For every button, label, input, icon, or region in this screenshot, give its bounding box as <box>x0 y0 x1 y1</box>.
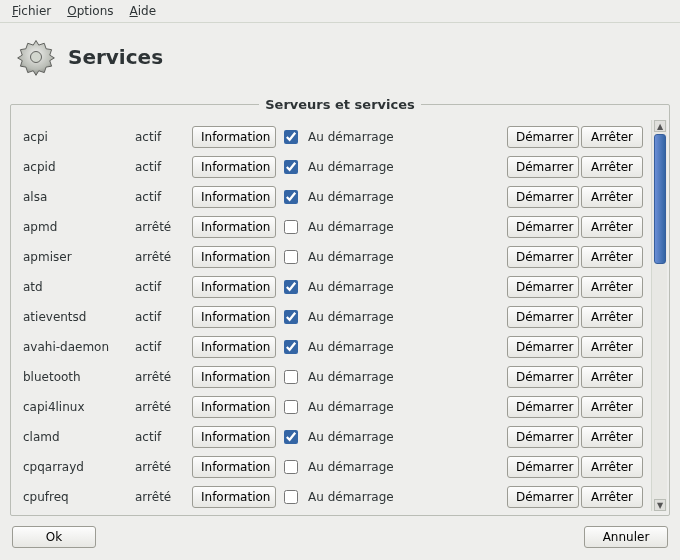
stop-button[interactable]: Arrêter <box>581 126 643 148</box>
stop-button[interactable]: Arrêter <box>581 456 643 478</box>
boot-checkbox-cell <box>278 157 302 177</box>
stop-button[interactable]: Arrêter <box>581 156 643 178</box>
service-status: arrêté <box>135 400 190 414</box>
start-button[interactable]: Démarrer <box>507 216 579 238</box>
service-status: arrêté <box>135 220 190 234</box>
header: Services <box>0 23 680 97</box>
service-row: cpqarrayd arrêté Information Au démarrag… <box>23 452 643 482</box>
boot-label: Au démarrage <box>304 460 424 474</box>
start-button[interactable]: Démarrer <box>507 336 579 358</box>
stop-button[interactable]: Arrêter <box>581 186 643 208</box>
stop-button[interactable]: Arrêter <box>581 246 643 268</box>
boot-checkbox[interactable] <box>284 130 298 144</box>
boot-label: Au démarrage <box>304 400 424 414</box>
stop-button[interactable]: Arrêter <box>581 366 643 388</box>
service-name: avahi-daemon <box>23 340 133 354</box>
scroll-up-arrow[interactable]: ▲ <box>654 120 666 132</box>
boot-checkbox[interactable] <box>284 160 298 174</box>
page-title: Services <box>68 45 163 69</box>
stop-button[interactable]: Arrêter <box>581 486 643 508</box>
boot-label: Au démarrage <box>304 370 424 384</box>
boot-checkbox[interactable] <box>284 340 298 354</box>
info-button[interactable]: Information <box>192 396 276 418</box>
boot-label: Au démarrage <box>304 280 424 294</box>
service-status: actif <box>135 340 190 354</box>
info-button[interactable]: Information <box>192 276 276 298</box>
services-list: acpi actif Information Au démarrage Déma… <box>11 120 651 511</box>
menu-help[interactable]: Aide <box>124 2 163 20</box>
start-button[interactable]: Démarrer <box>507 246 579 268</box>
service-name: atieventsd <box>23 310 133 324</box>
boot-checkbox-cell <box>278 127 302 147</box>
boot-checkbox[interactable] <box>284 400 298 414</box>
boot-label: Au démarrage <box>304 130 424 144</box>
ok-button[interactable]: Ok <box>12 526 96 548</box>
gear-icon <box>14 35 58 79</box>
start-button[interactable]: Démarrer <box>507 276 579 298</box>
info-button[interactable]: Information <box>192 126 276 148</box>
stop-button[interactable]: Arrêter <box>581 276 643 298</box>
menu-help-rest: ide <box>138 4 156 18</box>
start-button[interactable]: Démarrer <box>507 366 579 388</box>
start-button[interactable]: Démarrer <box>507 186 579 208</box>
menu-options-mnemonic: O <box>67 4 76 18</box>
service-name: acpi <box>23 130 133 144</box>
service-status: arrêté <box>135 370 190 384</box>
boot-checkbox[interactable] <box>284 460 298 474</box>
info-button[interactable]: Information <box>192 306 276 328</box>
start-button[interactable]: Démarrer <box>507 396 579 418</box>
service-row: acpi actif Information Au démarrage Déma… <box>23 122 643 152</box>
service-status: actif <box>135 130 190 144</box>
boot-checkbox-cell <box>278 427 302 447</box>
service-row: alsa actif Information Au démarrage Déma… <box>23 182 643 212</box>
boot-checkbox[interactable] <box>284 220 298 234</box>
boot-checkbox[interactable] <box>284 370 298 384</box>
info-button[interactable]: Information <box>192 486 276 508</box>
info-button[interactable]: Information <box>192 216 276 238</box>
service-row: apmiser arrêté Information Au démarrage … <box>23 242 643 272</box>
boot-checkbox-cell <box>278 367 302 387</box>
start-button[interactable]: Démarrer <box>507 456 579 478</box>
info-button[interactable]: Information <box>192 456 276 478</box>
cancel-button[interactable]: Annuler <box>584 526 668 548</box>
boot-checkbox[interactable] <box>284 190 298 204</box>
boot-checkbox[interactable] <box>284 430 298 444</box>
start-button[interactable]: Démarrer <box>507 126 579 148</box>
service-name: atd <box>23 280 133 294</box>
boot-checkbox[interactable] <box>284 250 298 264</box>
menubar: Fichier Options Aide <box>0 0 680 23</box>
info-button[interactable]: Information <box>192 366 276 388</box>
info-button[interactable]: Information <box>192 186 276 208</box>
info-button[interactable]: Information <box>192 246 276 268</box>
stop-button[interactable]: Arrêter <box>581 306 643 328</box>
service-name: cpqarrayd <box>23 460 133 474</box>
boot-checkbox-cell <box>278 397 302 417</box>
menu-file[interactable]: Fichier <box>6 2 57 20</box>
vertical-scrollbar[interactable]: ▲ ▼ <box>651 120 667 511</box>
menu-options[interactable]: Options <box>61 2 119 20</box>
scroll-down-arrow[interactable]: ▼ <box>654 499 666 511</box>
frame-wrap: Serveurs et services acpi actif Informat… <box>0 97 680 516</box>
service-status: actif <box>135 190 190 204</box>
start-button[interactable]: Démarrer <box>507 306 579 328</box>
service-status: arrêté <box>135 490 190 504</box>
stop-button[interactable]: Arrêter <box>581 216 643 238</box>
stop-button[interactable]: Arrêter <box>581 336 643 358</box>
boot-checkbox[interactable] <box>284 490 298 504</box>
info-button[interactable]: Information <box>192 426 276 448</box>
svg-point-0 <box>31 52 42 63</box>
info-button[interactable]: Information <box>192 156 276 178</box>
start-button[interactable]: Démarrer <box>507 426 579 448</box>
boot-label: Au démarrage <box>304 310 424 324</box>
stop-button[interactable]: Arrêter <box>581 396 643 418</box>
start-button[interactable]: Démarrer <box>507 156 579 178</box>
info-button[interactable]: Information <box>192 336 276 358</box>
boot-checkbox[interactable] <box>284 310 298 324</box>
boot-checkbox-cell <box>278 307 302 327</box>
scroll-thumb[interactable] <box>654 134 666 264</box>
boot-checkbox[interactable] <box>284 280 298 294</box>
service-name: acpid <box>23 160 133 174</box>
service-name: cpufreq <box>23 490 133 504</box>
start-button[interactable]: Démarrer <box>507 486 579 508</box>
stop-button[interactable]: Arrêter <box>581 426 643 448</box>
